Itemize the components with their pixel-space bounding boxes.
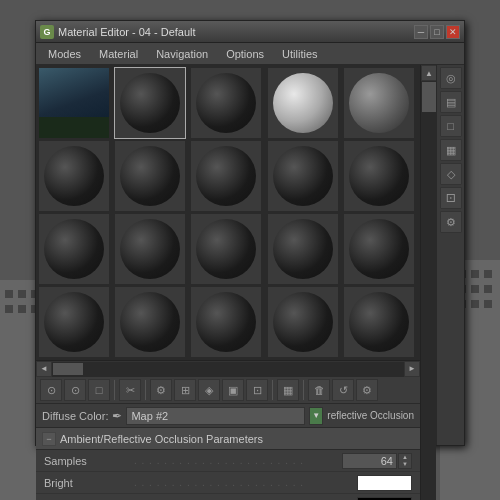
tool-btn-11[interactable]: ↺ [332, 379, 354, 401]
menu-bar: Modes Material Navigation Options Utilit… [36, 43, 464, 65]
params-section: − Ambient/Reflective Occlusion Parameter… [36, 428, 420, 500]
tool-btn-12[interactable]: ⚙ [356, 379, 378, 401]
main-content: ◄ ► ⊙ ⊙ □ ✂ ⚙ ⊞ [36, 65, 464, 445]
param-row-bright: Bright . . . . . . . . . . . . . . . . .… [36, 472, 420, 494]
svg-rect-17 [471, 285, 479, 293]
sphere-cell-0-0[interactable] [38, 67, 110, 139]
param-row-samples: Samples . . . . . . . . . . . . . . . . … [36, 450, 420, 472]
svg-rect-6 [5, 305, 13, 313]
toolbar-separator-2 [145, 380, 146, 400]
sidebar-icon-1[interactable]: ▤ [440, 91, 462, 113]
vertical-scrollbar: ▲ ▼ [420, 65, 436, 500]
sphere-cell-2-0[interactable] [38, 213, 110, 285]
close-button[interactable]: ✕ [446, 25, 460, 39]
sidebar-icon-3[interactable]: ▦ [440, 139, 462, 161]
sidebar-icon-4[interactable]: ◇ [440, 163, 462, 185]
sidebar-icon-2[interactable]: □ [440, 115, 462, 137]
toolbar: ⊙ ⊙ □ ✂ ⚙ ⊞ ◈ ▣ ⊡ ▦ 🗑 [36, 376, 420, 404]
sphere-cell-1-3[interactable] [267, 140, 339, 212]
sphere-grid [36, 65, 420, 360]
sphere-cell-1-2[interactable] [190, 140, 262, 212]
tool-btn-4[interactable]: ⚙ [150, 379, 172, 401]
sidebar-icon-0[interactable]: ◎ [440, 67, 462, 89]
sidebar-icon-6[interactable]: ⚙ [440, 211, 462, 233]
svg-rect-2 [5, 290, 13, 298]
sphere-cell-3-0[interactable] [38, 286, 110, 358]
sphere-cell-3-3[interactable] [267, 286, 339, 358]
svg-rect-22 [484, 300, 492, 308]
sphere-cell-2-3[interactable] [267, 213, 339, 285]
app-icon: G [40, 25, 54, 39]
sphere-cell-0-3[interactable] [267, 67, 339, 139]
sphere-cell-1-0[interactable] [38, 140, 110, 212]
tool-btn-2[interactable]: □ [88, 379, 110, 401]
sphere-cell-1-4[interactable] [343, 140, 415, 212]
tool-btn-9[interactable]: ▦ [277, 379, 299, 401]
sphere-cell-2-2[interactable] [190, 213, 262, 285]
right-sidebar: ◎ ▤ □ ▦ ◇ ⚀ ⚙ [436, 65, 464, 445]
spin-up-samples[interactable]: ▲ [399, 454, 411, 461]
v-scroll-thumb[interactable] [422, 82, 436, 112]
tool-btn-7[interactable]: ▣ [222, 379, 244, 401]
svg-rect-13 [471, 270, 479, 278]
sphere-cell-0-2[interactable] [190, 67, 262, 139]
svg-rect-21 [471, 300, 479, 308]
tool-btn-1[interactable]: ⊙ [64, 379, 86, 401]
v-scroll-track[interactable] [421, 81, 436, 500]
param-spinner-samples[interactable]: ▲ ▼ [398, 453, 412, 469]
horizontal-scrollbar: ◄ ► [36, 360, 420, 376]
sphere-cell-3-2[interactable] [190, 286, 262, 358]
svg-rect-14 [484, 270, 492, 278]
sphere-cell-2-4[interactable] [343, 213, 415, 285]
param-dots-bright: . . . . . . . . . . . . . . . . . . . . … [134, 477, 357, 488]
menu-options[interactable]: Options [218, 46, 272, 62]
tool-btn-3[interactable]: ✂ [119, 379, 141, 401]
menu-modes[interactable]: Modes [40, 46, 89, 62]
spin-down-samples[interactable]: ▼ [399, 461, 411, 468]
param-row-dark: Dark . . . . . . . . . . . . . . . . . .… [36, 494, 420, 500]
tool-btn-10[interactable]: 🗑 [308, 379, 330, 401]
h-scroll-track[interactable] [52, 362, 404, 376]
h-scroll-right[interactable]: ► [404, 361, 420, 377]
tool-btn-6[interactable]: ◈ [198, 379, 220, 401]
v-scroll-up[interactable]: ▲ [421, 65, 437, 81]
param-dots-samples: . . . . . . . . . . . . . . . . . . . . … [134, 455, 342, 466]
menu-utilities[interactable]: Utilities [274, 46, 325, 62]
tool-btn-8[interactable]: ⊡ [246, 379, 268, 401]
param-input-samples[interactable] [342, 453, 397, 469]
color-swatch-bright[interactable] [357, 475, 412, 491]
tool-btn-0[interactable]: ⊙ [40, 379, 62, 401]
h-scroll-thumb[interactable] [53, 363, 83, 375]
h-scroll-left[interactable]: ◄ [36, 361, 52, 377]
sphere-cell-3-4[interactable] [343, 286, 415, 358]
sphere-grid-scroll: ◄ ► ⊙ ⊙ □ ✂ ⚙ ⊞ [36, 65, 420, 500]
collapse-button[interactable]: − [42, 432, 56, 446]
sphere-cell-0-4[interactable] [343, 67, 415, 139]
color-swatch-dark[interactable] [357, 497, 412, 501]
sphere-cell-3-1[interactable] [114, 286, 186, 358]
sphere-cell-1-1[interactable] [114, 140, 186, 212]
param-label-bright: Bright [44, 477, 134, 489]
map-dropdown-arrow[interactable]: ▼ [309, 407, 323, 425]
preview-area: ◄ ► ⊙ ⊙ □ ✂ ⚙ ⊞ [36, 65, 436, 445]
sidebar-icon-5[interactable]: ⚀ [440, 187, 462, 209]
svg-rect-3 [18, 290, 26, 298]
toolbar-separator-1 [114, 380, 115, 400]
sphere-cell-0-1[interactable] [114, 67, 186, 139]
params-header: − Ambient/Reflective Occlusion Parameter… [36, 428, 420, 450]
tool-btn-5[interactable]: ⊞ [174, 379, 196, 401]
diffuse-color-row: Diffuse Color: ✒ Map #2 ▼ reflective Occ… [36, 404, 420, 428]
map-selector-label: Map #2 [131, 410, 168, 422]
eyedropper-icon[interactable]: ✒ [112, 409, 122, 423]
window-title: Material Editor - 04 - Default [58, 26, 196, 38]
maximize-button[interactable]: □ [430, 25, 444, 39]
minimize-button[interactable]: ─ [414, 25, 428, 39]
param-value-samples: ▲ ▼ [342, 453, 412, 469]
diffuse-label: Diffuse Color: [42, 410, 108, 422]
menu-material[interactable]: Material [91, 46, 146, 62]
menu-navigation[interactable]: Navigation [148, 46, 216, 62]
params-title: Ambient/Reflective Occlusion Parameters [60, 433, 263, 445]
svg-rect-7 [18, 305, 26, 313]
sphere-cell-2-1[interactable] [114, 213, 186, 285]
map-selector[interactable]: Map #2 [126, 407, 305, 425]
